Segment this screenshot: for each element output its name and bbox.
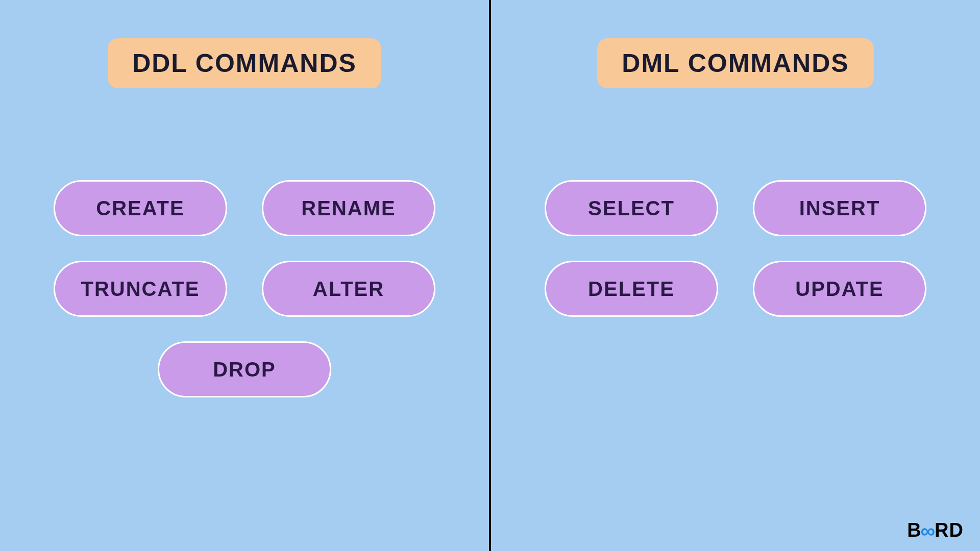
dml-delete-pill: DELETE bbox=[545, 261, 718, 317]
board-logo: B∞RD bbox=[907, 519, 964, 542]
ddl-commands-grid: CREATE RENAME TRUNCATE ALTER DROP bbox=[54, 180, 435, 397]
dml-select-pill: SELECT bbox=[545, 180, 718, 236]
dml-insert-pill: INSERT bbox=[753, 180, 926, 236]
dml-row-2: DELETE UPDATE bbox=[545, 261, 926, 317]
dml-header: DML COMMANDS bbox=[597, 38, 873, 88]
dml-commands-grid: SELECT INSERT DELETE UPDATE bbox=[545, 180, 926, 317]
ddl-row-3: DROP bbox=[158, 341, 331, 397]
logo-part3: RD bbox=[935, 519, 964, 541]
ddl-rename-pill: RENAME bbox=[262, 180, 435, 236]
ddl-drop-pill: DROP bbox=[158, 341, 331, 397]
left-panel: DDL COMMANDS CREATE RENAME TRUNCATE ALTE… bbox=[0, 0, 489, 551]
ddl-row-1: CREATE RENAME bbox=[54, 180, 435, 236]
infinity-icon: ∞ bbox=[921, 519, 936, 542]
right-panel: DML COMMANDS SELECT INSERT DELETE UPDATE bbox=[491, 0, 980, 551]
logo-part1: B bbox=[907, 519, 921, 541]
diagram-container: DDL COMMANDS CREATE RENAME TRUNCATE ALTE… bbox=[0, 0, 980, 551]
ddl-create-pill: CREATE bbox=[54, 180, 227, 236]
dml-update-pill: UPDATE bbox=[753, 261, 926, 317]
ddl-row-2: TRUNCATE ALTER bbox=[54, 261, 435, 317]
dml-row-1: SELECT INSERT bbox=[545, 180, 926, 236]
ddl-alter-pill: ALTER bbox=[262, 261, 435, 317]
ddl-header: DDL COMMANDS bbox=[108, 38, 381, 88]
ddl-truncate-pill: TRUNCATE bbox=[54, 261, 227, 317]
